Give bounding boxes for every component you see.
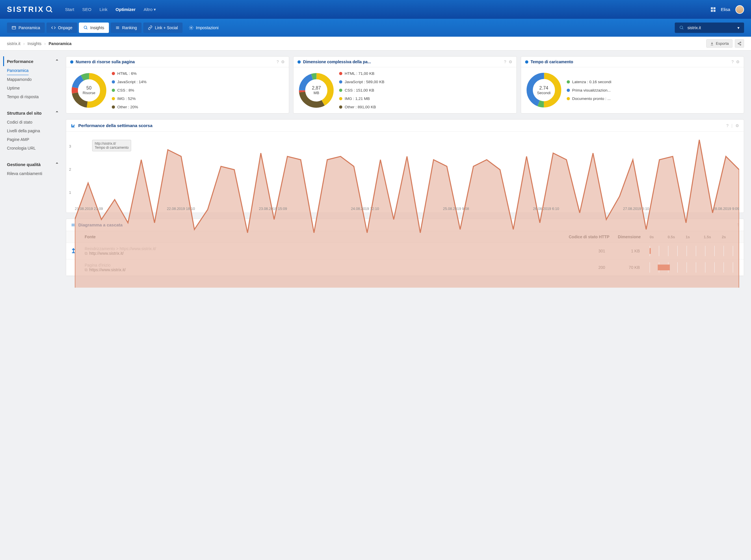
avatar[interactable]	[735, 5, 744, 14]
crumb-page: Panoramica	[48, 41, 71, 46]
nav-optimizer[interactable]: Optimizer	[116, 7, 136, 12]
chevron-up-icon: ⌃	[55, 162, 59, 167]
sidebar-header-performance[interactable]: Performance⌃	[3, 56, 59, 66]
export-button[interactable]: Esporta	[706, 39, 732, 48]
card-resources: Numero di risorse sulla pagina ?⚙ 50Riso…	[66, 56, 289, 114]
svg-point-9	[191, 27, 192, 28]
search-icon	[679, 25, 684, 30]
tab-panoramica[interactable]: Panoramica	[7, 22, 45, 33]
legend-item: CSS : 8%	[112, 88, 285, 93]
sidebar-item-rileva[interactable]: Rileva cambiamenti	[7, 169, 59, 178]
svg-point-13	[738, 43, 739, 44]
card-size: Dimensione complessiva della pa... ?⚙ 2,…	[293, 56, 516, 114]
svg-point-0	[46, 6, 51, 11]
help-icon[interactable]: ?	[731, 60, 734, 64]
legend-item: HTML : 71,00 KB	[339, 71, 512, 76]
gear-icon[interactable]: ⚙	[509, 60, 512, 64]
nav-seo[interactable]: SEO	[82, 7, 92, 12]
topbar: SISTRIX Start SEO Link Optimizer Altro▾ …	[0, 0, 751, 19]
gear-icon[interactable]: ⚙	[736, 60, 740, 64]
chevron-down-icon: ▾	[737, 25, 739, 30]
logo[interactable]: SISTRIX	[7, 5, 54, 14]
tab-ranking[interactable]: Ranking	[111, 22, 141, 33]
crumb-domain[interactable]: sistrix.it	[7, 41, 20, 46]
card-load-time: Tempo di caricamento ?⚙ 2.74Secondi Late…	[521, 56, 744, 114]
dot-icon	[525, 60, 528, 63]
performance-panel: Performance della settimana scorsa ?|⚙ 3…	[66, 119, 744, 213]
sidebar-item-livelli[interactable]: Livelli della pagina	[7, 126, 59, 135]
user-name[interactable]: Elisa	[721, 7, 730, 12]
legend-item: JavaScript : 589,00 KB	[339, 80, 512, 84]
legend-item: IMG : 52%	[112, 97, 285, 101]
nav-link[interactable]: Link	[100, 7, 108, 12]
svg-point-4	[84, 26, 87, 28]
legend-item: Prima visualizzazion...	[567, 88, 740, 93]
help-icon[interactable]: ?	[504, 60, 506, 64]
share-icon	[737, 42, 742, 46]
chevron-down-icon: ▾	[154, 7, 156, 12]
nav-altro[interactable]: Altro▾	[143, 7, 156, 12]
legend-item: JavaScript : 14%	[112, 80, 285, 84]
svg-rect-2	[12, 26, 16, 29]
svg-point-12	[740, 42, 741, 43]
chevron-right-icon: ›	[44, 41, 46, 46]
nav-start[interactable]: Start	[65, 7, 74, 12]
search-icon	[45, 5, 54, 14]
legend-item: Other : 891,00 KB	[339, 105, 512, 109]
dot-icon	[297, 60, 301, 63]
breadcrumb-bar: sistrix.it › Insights › Panoramica Espor…	[0, 37, 751, 51]
chevron-right-icon: ›	[23, 41, 25, 46]
svg-line-1	[51, 11, 52, 12]
legend-item: CSS : 151,00 KB	[339, 88, 512, 93]
area-chart[interactable]: 3 2 1 http://sistrix.it/ Tempo di carica…	[66, 132, 744, 213]
svg-line-16	[739, 44, 740, 44]
sidebar-item-cronologia[interactable]: Cronologia URL	[7, 144, 59, 153]
svg-line-5	[86, 28, 87, 29]
svg-line-15	[739, 42, 740, 43]
sidebar: Performance⌃ Panoramica Mappamondo Uptim…	[7, 56, 59, 282]
svg-point-14	[740, 44, 741, 45]
top-nav: Start SEO Link Optimizer Altro▾	[65, 7, 156, 12]
sidebar-header-struttura[interactable]: Struttura del sito⌃	[3, 108, 59, 118]
apps-icon[interactable]	[711, 7, 715, 12]
chevron-up-icon: ⌃	[55, 59, 59, 64]
sidebar-header-qualita[interactable]: Gestione qualità⌃	[3, 159, 59, 169]
sidebar-item-codici[interactable]: Codici di stato	[7, 118, 59, 126]
sidebar-item-tempo[interactable]: Tempo di risposta	[7, 93, 59, 101]
download-icon	[710, 42, 714, 46]
help-icon[interactable]: ?	[727, 123, 729, 128]
domain-select[interactable]: sistrix.it ▾	[675, 22, 744, 33]
share-button[interactable]	[735, 39, 744, 48]
tab-impostazioni[interactable]: Impostazioni	[184, 22, 223, 33]
dot-icon	[70, 60, 73, 63]
gear-icon[interactable]: ⚙	[735, 123, 739, 128]
legend-item: IMG : 1,21 MB	[339, 97, 512, 101]
gear-icon[interactable]: ⚙	[281, 60, 285, 64]
tab-onpage[interactable]: Onpage	[46, 22, 77, 33]
sidebar-item-uptime[interactable]: Uptime	[7, 84, 59, 93]
svg-point-10	[680, 26, 683, 28]
legend-item: HTML : 6%	[112, 71, 285, 76]
help-icon[interactable]: ?	[277, 60, 279, 64]
crumb-section[interactable]: Insights	[27, 41, 41, 46]
sidebar-item-mappamondo[interactable]: Mappamondo	[7, 75, 59, 84]
sidebar-item-panoramica[interactable]: Panoramica	[7, 66, 28, 75]
legend-item: Documento pronto : ...	[567, 97, 740, 101]
svg-line-11	[682, 28, 683, 29]
subbar: Panoramica Onpage Insights Ranking Link …	[0, 19, 751, 37]
chevron-up-icon: ⌃	[55, 110, 59, 116]
legend-item: Latenza : 0.16 secondi	[567, 80, 740, 84]
tab-linksocial[interactable]: Link + Social	[143, 22, 182, 33]
tab-insights[interactable]: Insights	[79, 22, 109, 33]
legend-item: Other : 20%	[112, 105, 285, 109]
chart-tooltip: http://sistrix.it/ Tempo di caricamento	[92, 140, 131, 151]
sidebar-item-amp[interactable]: Pagine AMP	[7, 135, 59, 144]
area-chart-icon	[71, 123, 75, 128]
